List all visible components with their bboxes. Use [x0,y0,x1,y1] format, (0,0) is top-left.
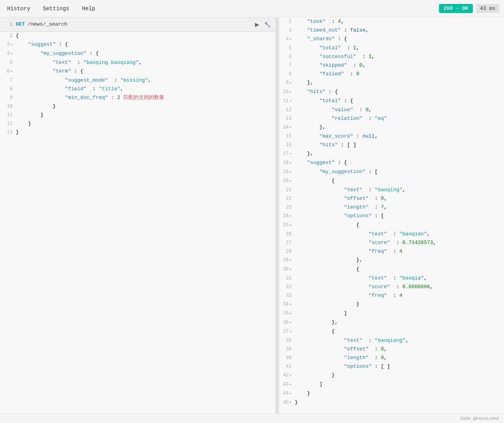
line-number: 10▾ [279,88,295,97]
code-text: "length" : 7, [295,203,504,212]
line-number: 37▾ [279,327,295,336]
collapse-icon[interactable]: ▾ [290,399,292,407]
line-number: 27 [279,239,295,247]
table-row: 44▾ } [279,389,504,398]
line-number: 2 [0,32,16,40]
collapse-icon[interactable]: ▾ [11,67,13,76]
collapse-icon[interactable]: ▾ [290,123,292,132]
code-text: "score" : 0.6666666, [295,283,504,291]
collapse-icon[interactable]: ▾ [290,168,292,177]
code-text: { [295,177,504,185]
table-row: 37▾ { [279,327,504,336]
collapse-icon[interactable]: ▾ [290,35,292,44]
request-url-input[interactable] [27,21,253,27]
line-number: 11 [0,111,16,119]
collapse-icon[interactable]: ▾ [290,256,292,265]
table-row: 18▾ "suggest" : { [279,158,504,168]
line-number: 42▾ [279,371,295,380]
collapse-icon[interactable]: ▾ [290,212,292,221]
menu-settings[interactable]: Settings [41,4,72,13]
line-number: 17▾ [279,149,295,158]
code-text: } [295,300,504,309]
table-row: 9 "min_doc_freq" : 2 匹配的文档的数量 [0,93,275,102]
collapse-icon[interactable]: ▾ [290,371,292,380]
code-text: } [295,371,504,380]
table-row: 3 "timed_out" : false, [279,26,504,35]
options-button[interactable]: 🔧 [262,20,272,28]
collapse-icon[interactable]: ▾ [290,97,292,106]
line-number: 21 [279,186,295,194]
code-text: "value" : 0, [295,106,504,114]
line-number: 24▾ [279,212,295,221]
code-text: "text" : "baoqian", [295,230,504,239]
table-row: 2{ [0,32,275,40]
code-text: "text" : "baoqing", [295,186,504,194]
table-row: 7 "suggest_mode" : "missing", [0,76,275,85]
line-number: 3 [279,26,295,35]
right-panel[interactable]: 2 "took" : 4,3 "timed_out" : false,4▾ "_… [279,17,504,414]
line-number: 6 [279,52,295,61]
collapse-icon[interactable]: ▾ [290,300,292,309]
line-number: 7 [279,61,295,70]
collapse-icon[interactable]: ▾ [11,41,13,49]
line-number: 26 [279,230,295,239]
code-text: "field" : "title", [16,85,275,93]
collapse-icon[interactable]: ▾ [290,309,292,318]
table-row: 3▾ "suggest" : { [0,40,275,49]
line-number: 19▾ [279,168,295,177]
line-number: 13 [279,114,295,123]
table-row: 5 "text" : "baoqing baoqiang", [0,58,275,67]
collapse-icon[interactable]: ▾ [290,319,292,327]
time-badge: 43 ms [476,4,499,13]
request-bar: 1 GET ▶ 🔧 [0,17,275,32]
menu-history[interactable]: History [5,4,33,13]
code-text: "options" : [ [295,212,504,220]
code-text: "text" : "baoqing baoqiang", [16,58,275,67]
collapse-icon[interactable]: ▾ [290,150,292,158]
code-text: "suggest" : { [16,40,275,49]
status-badge: 200 - OK [439,4,473,13]
run-button[interactable]: ▶ [253,20,261,28]
code-text: "text" : "baoqia", [295,274,504,283]
collapse-icon[interactable]: ▾ [290,389,292,398]
line-number: 33 [279,291,295,300]
line-number: 30▾ [279,265,295,274]
code-text: ] [295,380,504,389]
line-number: 45▾ [279,398,295,407]
line-number: 36▾ [279,318,295,327]
code-text: { [295,265,504,274]
code-text: } [295,398,504,407]
table-row: 16 "hits" : [ ] [279,141,504,149]
line-number: 5 [0,58,16,67]
panel-divider[interactable]: ⋮ [276,17,279,414]
collapse-icon[interactable]: ▾ [290,265,292,274]
table-row: 13} [0,128,275,137]
table-row: 32 "score" : 0.6666666, [279,283,504,291]
collapse-icon[interactable]: ▾ [290,159,292,168]
code-text: "total" : 1, [295,44,504,52]
menu-help[interactable]: Help [80,4,98,13]
collapse-icon[interactable]: ▾ [290,177,292,186]
code-text: "freq" : 4 [295,247,504,256]
line-number: 20▾ [279,177,295,186]
main-content: 1 GET ▶ 🔧 2{3▾ "suggest" : {4▾ "my_sugge… [0,17,504,414]
collapse-icon[interactable]: ▾ [290,221,292,230]
table-row: 5 "total" : 1, [279,44,504,52]
collapse-icon[interactable]: ▾ [11,50,13,58]
table-row: 22 "offset" : 0, [279,194,504,203]
collapse-icon[interactable]: ▾ [290,380,292,389]
collapse-icon[interactable]: ▾ [290,88,292,97]
collapse-icon[interactable]: ▾ [290,79,292,88]
collapse-icon[interactable]: ▾ [290,328,292,336]
table-row: 40 "length" : 8, [279,354,504,362]
code-text: "min_doc_freq" : 2 匹配的文档的数量 [16,93,275,102]
code-text: "options" : [ ] [295,362,504,371]
footer-credit: CSDN @FeenixOne [460,416,499,421]
code-text: }, [295,149,504,158]
table-row: 45▾} [279,398,504,407]
line-number: 40 [279,354,295,362]
line-number: 12 [0,119,16,128]
table-row: 36▾ }, [279,318,504,327]
code-text: "total" : { [295,97,504,105]
left-code-editor[interactable]: 2{3▾ "suggest" : {4▾ "my_suggestion" : {… [0,32,275,414]
